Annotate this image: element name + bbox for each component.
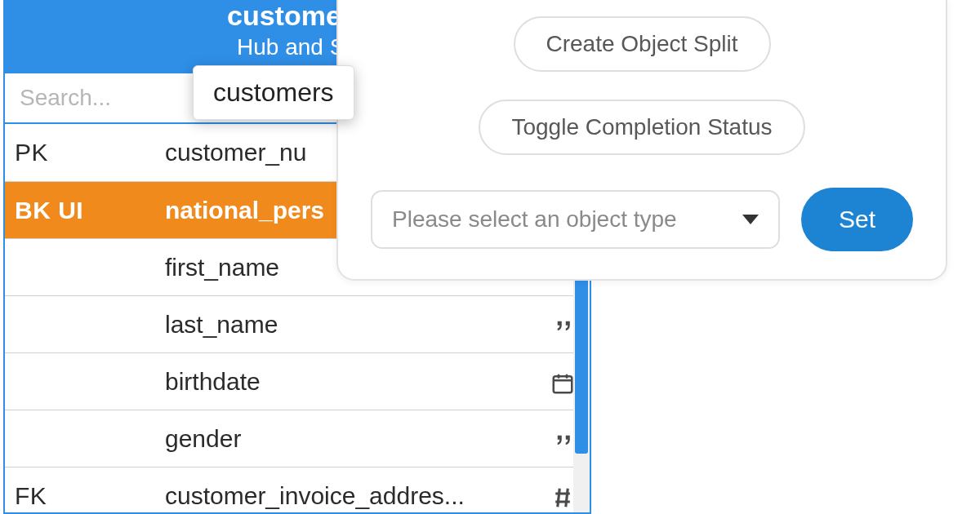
- calendar-icon: [536, 367, 575, 395]
- column-name: last_name: [165, 311, 536, 339]
- entity-title-tooltip: customers: [193, 65, 354, 120]
- hash-icon: [536, 481, 575, 509]
- column-name: customer_invoice_addres...: [165, 482, 536, 510]
- create-object-split-button[interactable]: Create Object Split: [514, 16, 771, 72]
- column-key-badge: FK: [15, 482, 165, 510]
- chevron-down-icon: [742, 215, 759, 224]
- column-row[interactable]: gender: [5, 410, 590, 467]
- object-type-select[interactable]: Please select an object type: [371, 190, 780, 249]
- column-row[interactable]: last_name: [5, 295, 590, 352]
- toggle-completion-status-button[interactable]: Toggle Completion Status: [479, 100, 804, 155]
- column-key-badge: PK: [15, 139, 165, 166]
- column-name: gender: [165, 425, 536, 453]
- column-row[interactable]: FKcustomer_invoice_addres...: [5, 467, 590, 514]
- search-input[interactable]: [5, 73, 193, 122]
- column-key-badge: BK UI: [15, 197, 165, 224]
- column-name: birthdate: [165, 368, 536, 396]
- tooltip-text: customers: [213, 78, 334, 107]
- object-type-select-placeholder: Please select an object type: [392, 206, 677, 233]
- set-button[interactable]: Set: [801, 188, 913, 251]
- quote-icon: [536, 424, 575, 452]
- column-row[interactable]: birthdate: [5, 352, 590, 410]
- actions-popover: Create Object Split Toggle Completion St…: [336, 0, 947, 281]
- svg-rect-0: [554, 376, 572, 392]
- quote-icon: [536, 310, 575, 338]
